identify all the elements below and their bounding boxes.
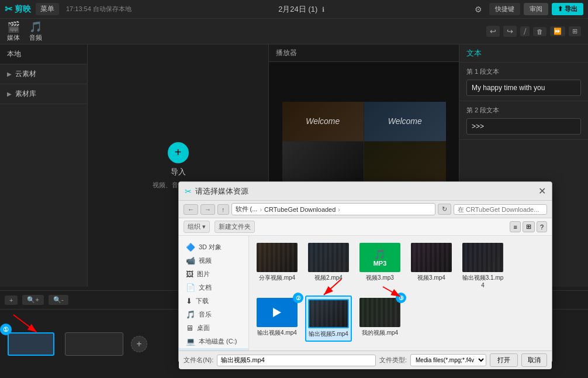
search-input[interactable] xyxy=(454,204,547,215)
svg-line-5 xyxy=(383,287,400,297)
dialog-footer: 文件名(N): 文件类型: Media files(*.mpg;*.f4v;*.… xyxy=(179,350,552,369)
info-icon-btn[interactable]: ⚙ xyxy=(471,4,486,15)
expand-icon2: ▶ xyxy=(7,91,12,97)
text-section-1: 第 1 段文本 My happy time with you xyxy=(459,63,588,101)
organize-button[interactable]: 组织 ▾ xyxy=(184,221,210,233)
zoom-button[interactable]: ⊞ xyxy=(569,26,581,36)
images-icon: 🖼 xyxy=(186,270,193,279)
file-thumb-4 xyxy=(462,243,503,272)
svg-line-3 xyxy=(324,279,341,295)
file-thumb-7 xyxy=(359,298,400,327)
file-item-4[interactable]: 输出视频3.1.mp4 xyxy=(459,240,506,291)
track-badge-1-container: ① xyxy=(5,329,57,359)
sidebar-drive-d[interactable]: 💾软件 (D:) xyxy=(179,348,248,350)
filetype-select[interactable]: Media files(*.mpg;*.f4v;*.mo xyxy=(410,354,486,366)
timeline-add-button[interactable]: + xyxy=(5,295,18,305)
file-name-3: 视频3.mp4 xyxy=(417,274,445,282)
file-name-7: 我的视频.mp4 xyxy=(362,329,398,337)
sidebar-desktop[interactable]: 🖥桌面 xyxy=(179,321,248,335)
redo-button[interactable]: ↪ xyxy=(503,26,517,37)
file-name-4: 输出视频3.1.mp4 xyxy=(462,274,504,288)
svg-line-1 xyxy=(13,315,37,332)
timeline-add-track[interactable]: + xyxy=(131,336,147,352)
view-buttons: ≡ ⊞ ? xyxy=(510,221,547,232)
preview-cell-2: Welcome xyxy=(364,102,446,141)
delete-button[interactable]: 🗑 xyxy=(533,27,547,36)
nav-up-button[interactable]: ↑ xyxy=(217,204,229,215)
review-button[interactable]: 审阅 xyxy=(524,3,548,15)
badge-2: ② xyxy=(293,293,303,303)
file-name-2: 视频3.mp3 xyxy=(366,274,394,282)
view-list-button[interactable]: ≡ xyxy=(510,221,520,232)
filename-input[interactable] xyxy=(217,355,376,366)
path-bar: 软件 (... › CRTubeGet Downloaded › xyxy=(231,203,436,215)
new-folder-button[interactable]: 新建文件夹 xyxy=(215,221,255,233)
badge-1: ① xyxy=(0,324,12,335)
undo-button[interactable]: ↩ xyxy=(486,26,500,37)
dialog-title-bar: ✂ 请选择媒体资源 ✕ xyxy=(179,182,552,201)
autosave-status: 17:13:54 自动保存本地 xyxy=(66,5,132,13)
nav-forward-button[interactable]: → xyxy=(200,204,215,215)
file-item-7[interactable]: ③ 我的视频.mp4 xyxy=(357,295,403,342)
tab-audio[interactable]: 🎵 音频 xyxy=(29,20,42,42)
text-section-1-value[interactable]: My happy time with you xyxy=(466,80,581,96)
text-section-2: 第 2 段文本 >>> xyxy=(459,101,588,140)
media-icon: 🎬 xyxy=(7,20,20,33)
text-section-2-label: 第 2 段文本 xyxy=(466,106,581,115)
filetype-label: 文件类型: xyxy=(379,356,407,365)
sidebar-downloads[interactable]: ⬇下载 xyxy=(179,294,248,308)
export-button[interactable]: ⬆ 导出 xyxy=(552,3,583,15)
file-item-6[interactable]: 输出视频5.mp4 xyxy=(305,295,352,342)
tab-media[interactable]: 🎬 媒体 xyxy=(7,20,20,42)
preview-header: 播放器 xyxy=(269,44,459,62)
text-section-2-value[interactable]: >>> xyxy=(466,118,581,135)
cancel-button[interactable]: 取消 xyxy=(521,353,547,367)
arrow-2 xyxy=(318,276,347,300)
file-thumb-6 xyxy=(308,299,349,328)
nav-material-library[interactable]: ▶ 素材库 xyxy=(0,84,87,104)
dialog-icon: ✂ xyxy=(185,187,192,196)
path-segment-1: 软件 (... xyxy=(236,205,258,214)
file-item-5[interactable]: ② 输出视频4.mp4 xyxy=(254,295,300,342)
speed-button[interactable]: ⏩ xyxy=(550,26,565,36)
arrow-1 xyxy=(11,312,46,335)
file-thumb-0 xyxy=(257,243,298,272)
project-title: 2月24日 (1) xyxy=(278,5,317,13)
help-button[interactable]: ? xyxy=(537,221,547,232)
arrow-3 xyxy=(380,284,409,301)
sidebar-docs[interactable]: 📄文档 xyxy=(179,281,248,294)
file-item-3[interactable]: 视频3.mp4 xyxy=(408,240,455,291)
open-button[interactable]: 打开 xyxy=(490,353,518,367)
sidebar-video[interactable]: 📹视频 xyxy=(179,254,248,267)
drive-c-icon: 💻 xyxy=(186,337,195,346)
docs-icon: 📄 xyxy=(186,283,195,292)
split-button[interactable]: ⧸ xyxy=(520,26,530,36)
view-grid-button[interactable]: ⊞ xyxy=(523,221,535,232)
sidebar-music[interactable]: 🎵音乐 xyxy=(179,308,248,321)
preview-cell-3 xyxy=(282,142,364,181)
timeline-zoom-in[interactable]: 🔍+ xyxy=(22,295,43,305)
file-name-5: 输出视频4.mp4 xyxy=(257,329,297,337)
dialog-close-button[interactable]: ✕ xyxy=(538,185,546,197)
dialog-toolbar: 组织 ▾ 新建文件夹 ≡ ⊞ ? xyxy=(179,218,552,236)
keyboard-shortcut-button[interactable]: 快捷键 xyxy=(489,3,520,15)
nav-local[interactable]: 本地 xyxy=(0,44,87,64)
file-name-0: 分享视频.mp4 xyxy=(259,274,295,282)
file-name-6: 输出视频5.mp4 xyxy=(309,330,348,338)
nav-cloud-material[interactable]: ▶ 云素材 xyxy=(0,64,87,84)
timeline-clip-2[interactable] xyxy=(65,332,123,356)
file-item-0[interactable]: 分享视频.mp4 xyxy=(254,240,300,291)
preview-cell-4 xyxy=(364,142,446,181)
sidebar-drive-c[interactable]: 💻本地磁盘 (C:) xyxy=(179,335,248,348)
audio-icon: 🎵 xyxy=(29,20,42,33)
menu-button[interactable]: 菜单 xyxy=(36,3,59,15)
sidebar-3d[interactable]: 🔷3D 对象 xyxy=(179,240,248,254)
sidebar-images[interactable]: 🖼图片 xyxy=(179,267,248,281)
downloads-icon: ⬇ xyxy=(186,297,192,305)
desktop-icon: 🖥 xyxy=(186,324,193,332)
nav-back-button[interactable]: ← xyxy=(184,204,198,215)
timeline-zoom-out[interactable]: 🔍- xyxy=(49,295,68,305)
timeline-clip-1[interactable] xyxy=(8,332,54,356)
file-thumb-5 xyxy=(257,298,298,327)
refresh-button[interactable]: ↻ xyxy=(438,204,451,215)
